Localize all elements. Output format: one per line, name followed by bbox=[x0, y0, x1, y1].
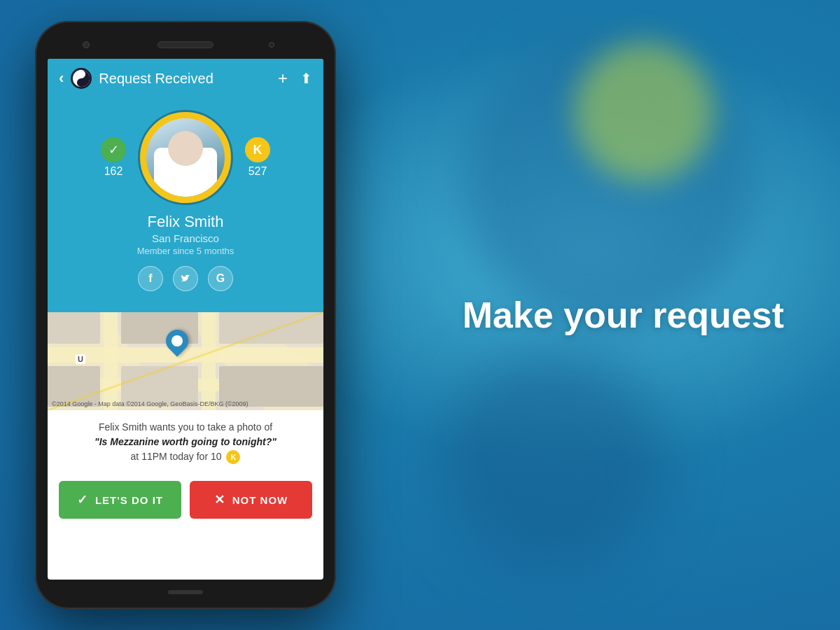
accept-button[interactable]: ✓ LET'S DO IT bbox=[59, 481, 181, 519]
decline-label: NOT NOW bbox=[232, 494, 288, 506]
bg-decoration-3 bbox=[441, 350, 665, 574]
add-button[interactable]: + bbox=[278, 69, 288, 88]
request-text: Felix Smith wants you to take a photo of… bbox=[62, 420, 309, 464]
map-copyright: ©2014 Google - Map data ©2014 Google, Ge… bbox=[52, 400, 248, 407]
profile-location: San Francisco bbox=[152, 232, 219, 244]
camera-icon bbox=[83, 41, 90, 48]
stat2-value: 527 bbox=[248, 165, 267, 178]
stat-accepted: ✓ 162 bbox=[101, 137, 126, 178]
facebook-button[interactable]: f bbox=[138, 266, 163, 291]
share-button[interactable]: ⬆ bbox=[300, 70, 312, 87]
action-buttons: ✓ LET'S DO IT ✕ NOT NOW bbox=[48, 472, 323, 530]
social-links: f G bbox=[138, 266, 233, 291]
request-line3: at 11PM today for 10 bbox=[131, 451, 222, 462]
map-pin bbox=[166, 330, 188, 352]
map-pin-inner bbox=[172, 335, 183, 346]
check-icon: ✓ bbox=[101, 137, 126, 162]
avatar-ring bbox=[140, 112, 231, 203]
back-button[interactable]: ‹ bbox=[59, 69, 64, 88]
accept-icon: ✓ bbox=[77, 492, 88, 507]
svg-point-2 bbox=[79, 80, 83, 85]
request-line1: Felix Smith wants you to take a photo of bbox=[99, 421, 272, 433]
request-line2: "Is Mezzanine worth going to tonight?" bbox=[94, 436, 276, 447]
profile-name: Felix Smith bbox=[148, 213, 224, 231]
home-bar bbox=[168, 590, 203, 594]
map-pin-body bbox=[162, 325, 193, 356]
app-logo bbox=[71, 68, 92, 89]
stat1-value: 162 bbox=[104, 165, 123, 178]
profile-section: ✓ 162 K bbox=[48, 98, 323, 312]
karma-icon: K bbox=[245, 137, 270, 162]
svg-point-1 bbox=[79, 72, 83, 76]
front-camera-icon bbox=[269, 42, 274, 48]
decline-icon: ✕ bbox=[214, 492, 225, 507]
person-head bbox=[168, 131, 203, 166]
request-section: Felix Smith wants you to take a photo of… bbox=[48, 410, 323, 472]
app-bar-title: Request Received bbox=[99, 71, 271, 87]
phone-body: ‹ Request Received + ⬆ bbox=[35, 21, 336, 609]
accept-label: LET'S DO IT bbox=[95, 494, 163, 506]
map-label: U bbox=[76, 354, 85, 364]
karma-badge: K bbox=[226, 450, 240, 464]
tagline: Make your request bbox=[463, 293, 785, 337]
twitter-button[interactable] bbox=[173, 266, 198, 291]
phone-bottom-bar bbox=[48, 582, 323, 602]
app-bar: ‹ Request Received + ⬆ bbox=[48, 59, 323, 98]
map-svg bbox=[48, 312, 323, 410]
svg-rect-10 bbox=[48, 312, 100, 344]
phone-screen: ‹ Request Received + ⬆ bbox=[48, 59, 323, 580]
decline-button[interactable]: ✕ NOT NOW bbox=[190, 481, 312, 519]
phone-device: ‹ Request Received + ⬆ bbox=[35, 21, 336, 609]
avatar bbox=[146, 118, 225, 197]
map-section: U ©2014 Google - Map data ©2014 Google, … bbox=[48, 312, 323, 410]
svg-rect-9 bbox=[202, 312, 216, 410]
speaker bbox=[158, 41, 214, 48]
svg-rect-8 bbox=[104, 312, 118, 410]
phone-top-bar bbox=[48, 34, 323, 56]
profile-member-since: Member since 5 months bbox=[137, 246, 234, 256]
bg-decoration-2 bbox=[574, 42, 714, 182]
google-button[interactable]: G bbox=[208, 266, 233, 291]
profile-row: ✓ 162 K bbox=[59, 112, 312, 203]
stat-karma: K 527 bbox=[245, 137, 270, 178]
